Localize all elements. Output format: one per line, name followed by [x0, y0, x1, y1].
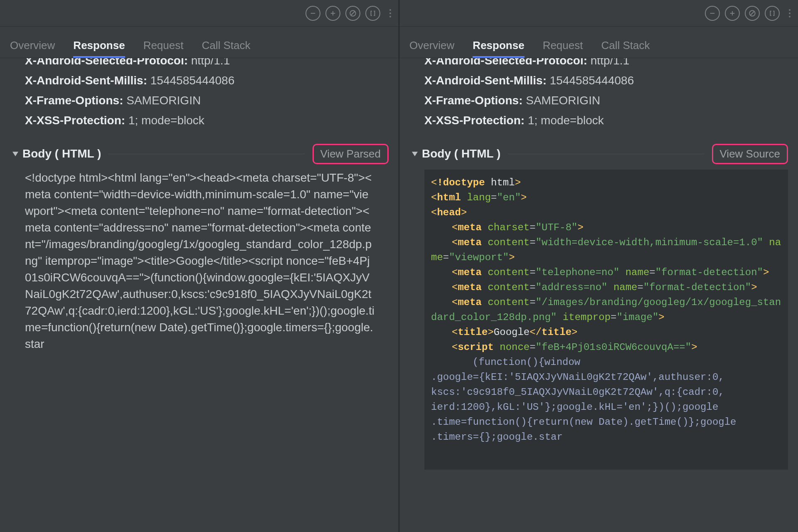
- body-raw-source: <!doctype html><html lang="en"><head><me…: [25, 170, 389, 352]
- view-parsed-button[interactable]: View Parsed: [313, 144, 389, 164]
- code-line: .time=function(){return(new Date).getTim…: [431, 415, 781, 430]
- plus-icon[interactable]: [725, 6, 740, 21]
- plus-icon[interactable]: [325, 6, 340, 21]
- right-panel: Overview Response Request Call Stack X-A…: [399, 0, 798, 532]
- chevron-down-icon: [412, 152, 418, 156]
- more-icon[interactable]: [786, 9, 793, 17]
- code-line: .timers={};google.star: [431, 430, 781, 445]
- code-line: .google={kEI:'5IAQXJyVNaiL0gK2t72QAw',au…: [431, 370, 781, 385]
- body-section-title: Body ( HTML ): [22, 147, 101, 160]
- tabs: Overview Response Request Call Stack: [399, 27, 798, 58]
- code-line: <meta content="address=no" name="format-…: [431, 280, 781, 295]
- tab-response[interactable]: Response: [473, 39, 524, 58]
- more-icon[interactable]: [387, 9, 394, 17]
- tab-request[interactable]: Request: [143, 39, 184, 58]
- code-line: <title>Google</title>: [431, 325, 781, 340]
- toolbar: [0, 0, 399, 27]
- tab-call-stack[interactable]: Call Stack: [601, 39, 650, 58]
- code-line: <meta content="/images/branding/googleg/…: [431, 295, 781, 325]
- header-row: X-Android-Selected-Protocol: http/1.1: [25, 58, 389, 71]
- code-line: <meta charset="UTF-8">: [431, 220, 781, 235]
- code-line: <meta content="telephone=no" name="forma…: [431, 265, 781, 280]
- toolbar: [399, 0, 798, 27]
- body-section-header[interactable]: Body ( HTML ) View Source: [409, 145, 788, 162]
- disable-icon[interactable]: [345, 6, 360, 21]
- tab-request[interactable]: Request: [543, 39, 583, 58]
- left-panel: Overview Response Request Call Stack X-A…: [0, 0, 399, 532]
- minus-icon[interactable]: [705, 6, 720, 21]
- svg-line-9: [751, 11, 754, 15]
- header-row: X-XSS-Protection: 1; mode=block: [424, 111, 788, 131]
- tab-response[interactable]: Response: [73, 39, 125, 58]
- svg-line-4: [351, 11, 355, 15]
- tab-overview[interactable]: Overview: [10, 39, 55, 58]
- code-line: <meta content="width=device-width,minimu…: [431, 235, 781, 265]
- tabs: Overview Response Request Call Stack: [0, 27, 399, 58]
- response-headers: X-Android-Selected-Protocol: http/1.1X-A…: [25, 58, 389, 131]
- header-row: X-Android-Sent-Millis: 1544585444086: [25, 71, 389, 91]
- disable-icon[interactable]: [745, 6, 760, 21]
- header-row: X-Frame-Options: SAMEORIGIN: [424, 91, 788, 111]
- view-source-button[interactable]: View Source: [712, 144, 788, 164]
- code-line: <!doctype html>: [431, 175, 781, 190]
- response-headers: X-Android-Selected-Protocol: http/1.1X-A…: [424, 58, 788, 131]
- code-line: <script nonce="feB+4Pj01s0iRCW6couvqA=="…: [431, 340, 781, 355]
- body-section-header[interactable]: Body ( HTML ) View Parsed: [10, 145, 389, 162]
- minus-icon[interactable]: [305, 6, 320, 21]
- code-line: (function(){window: [431, 355, 781, 370]
- body-parsed-html: <!doctype html><html lang="en"><head><me…: [424, 170, 788, 470]
- header-row: X-XSS-Protection: 1; mode=block: [25, 111, 389, 131]
- code-line: <head>: [431, 205, 781, 220]
- body-section-title: Body ( HTML ): [422, 147, 500, 160]
- code-line: kscs:'c9c918f0_5IAQXJyVNaiL0gK2t72QAw',q…: [431, 385, 781, 400]
- tab-call-stack[interactable]: Call Stack: [202, 39, 250, 58]
- header-row: X-Android-Selected-Protocol: http/1.1: [424, 58, 788, 71]
- tab-overview[interactable]: Overview: [409, 39, 454, 58]
- code-line: <html lang="en">: [431, 190, 781, 205]
- brackets-icon[interactable]: [365, 6, 380, 21]
- chevron-down-icon: [12, 152, 18, 156]
- code-line: ierd:1200},kGL:'US'};google.kHL='en';})(…: [431, 400, 781, 415]
- header-row: X-Frame-Options: SAMEORIGIN: [25, 91, 389, 111]
- brackets-icon[interactable]: [765, 6, 780, 21]
- header-row: X-Android-Sent-Millis: 1544585444086: [424, 71, 788, 91]
